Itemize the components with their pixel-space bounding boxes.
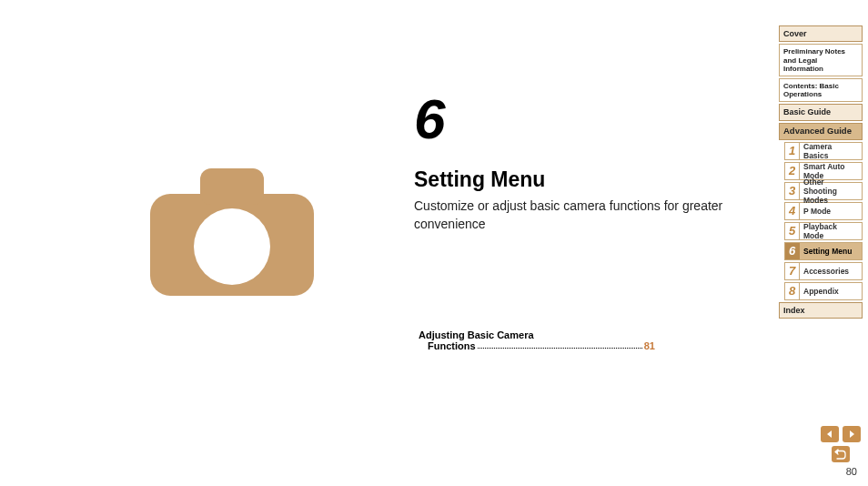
sidebar-nav: Cover Preliminary Notes and Legal Inform… [779,25,863,320]
sidebar-chapter-label: Appendix [800,285,862,298]
next-page-icon [847,430,856,439]
chapter-title: Setting Menu [414,167,769,192]
sidebar-chapter-num: 1 [785,143,800,159]
sidebar-item-preliminary[interactable]: Preliminary Notes and Legal Information [779,44,863,76]
sidebar-chapter-1[interactable]: 1Camera Basics [784,142,863,160]
sidebar-chapter-7[interactable]: 7Accessories [784,262,863,280]
sidebar-item-cover[interactable]: Cover [779,25,863,42]
sidebar-chapter-label: Accessories [800,265,862,278]
camera-icon [150,168,314,296]
chapter-number: 6 [414,86,769,151]
sidebar-chapter-num: 5 [785,223,800,239]
return-icon [834,449,847,460]
sidebar-chapter-num: 2 [785,163,800,179]
sidebar-item-contents[interactable]: Contents: Basic Operations [779,78,863,102]
sidebar-item-advanced-guide[interactable]: Advanced Guide [779,123,863,140]
sidebar-chapter-num: 7 [785,263,800,279]
sidebar-item-index[interactable]: Index [779,302,863,319]
sidebar-chapter-4[interactable]: 4P Mode [784,202,863,220]
sidebar-chapter-num: 4 [785,203,800,219]
page-number: 80 [846,466,857,477]
toc-page-number: 81 [644,340,655,351]
sidebar-chapter-3[interactable]: 3Other Shooting Modes [784,182,863,200]
next-page-button[interactable] [843,426,861,442]
footer-nav [821,426,861,462]
prev-page-icon [825,430,834,439]
prev-page-button[interactable] [821,426,839,442]
sidebar-chapter-label: P Mode [800,205,862,218]
svg-point-2 [194,208,270,285]
sidebar-chapter-label: Camera Basics [800,140,862,162]
toc-entry[interactable]: Adjusting Basic Camera Functions 81 [419,329,655,351]
sidebar-chapter-label: Playback Mode [800,220,862,242]
sidebar-chapter-label: Setting Menu [800,245,862,258]
sidebar-chapter-num: 3 [785,183,800,199]
toc-label-line2: Functions [428,340,476,351]
sidebar-chapter-8[interactable]: 8Appendix [784,282,863,300]
toc-leader-dots [478,348,642,349]
return-button[interactable] [832,446,850,462]
sidebar-chapter-num: 6 [785,243,800,259]
sidebar-chapter-6[interactable]: 6Setting Menu [784,242,863,260]
sidebar-item-basic-guide[interactable]: Basic Guide [779,104,863,120]
toc-label-line1: Adjusting Basic Camera [419,329,534,340]
svg-marker-4 [850,430,854,438]
sidebar-chapter-num: 8 [785,283,800,299]
sidebar-chapter-label: Other Shooting Modes [800,176,862,207]
svg-marker-3 [827,430,832,438]
chapter-subtitle: Customize or adjust basic camera functio… [414,197,769,233]
chapter-content: 6 Setting Menu Customize or adjust basic… [414,86,769,233]
svg-rect-1 [200,168,264,205]
sidebar-chapter-5[interactable]: 5Playback Mode [784,222,863,240]
